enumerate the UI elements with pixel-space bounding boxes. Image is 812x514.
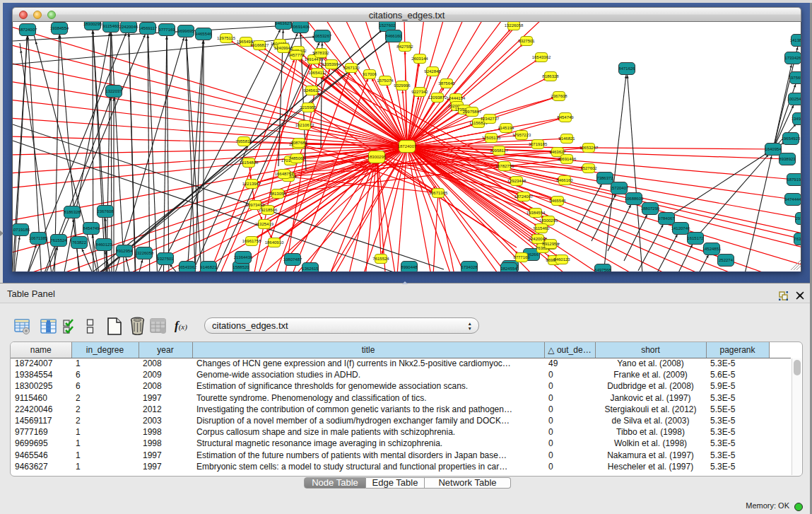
svg-text:18640910: 18640910 — [265, 240, 284, 245]
svg-text:10653267: 10653267 — [579, 146, 599, 150]
svg-text:9777169: 9777169 — [513, 255, 530, 259]
svg-text:8466160: 8466160 — [385, 34, 402, 38]
svg-text:9115460: 9115460 — [534, 226, 551, 230]
svg-text:1640954: 1640954 — [765, 147, 782, 151]
svg-text:12975115: 12975115 — [217, 36, 236, 40]
svg-text:7615524: 7615524 — [50, 238, 67, 243]
svg-text:1527602: 1527602 — [580, 166, 597, 170]
svg-text:9227342: 9227342 — [411, 90, 428, 94]
svg-text:1145194: 1145194 — [498, 126, 515, 130]
svg-text:18724007: 18724007 — [398, 144, 417, 148]
svg-text:9329996: 9329996 — [394, 83, 411, 88]
svg-text:1575074: 1575074 — [377, 78, 394, 83]
svg-text:19166827: 19166827 — [250, 43, 269, 47]
svg-text:9242848: 9242848 — [424, 69, 441, 74]
svg-text:14569117: 14569117 — [139, 26, 158, 30]
svg-text:1322037: 1322037 — [105, 89, 122, 93]
svg-text:10719185: 10719185 — [13, 228, 30, 232]
svg-text:16648754: 16648754 — [275, 172, 294, 176]
svg-text:8454749: 8454749 — [83, 226, 100, 230]
svg-text:2367608: 2367608 — [551, 94, 567, 98]
svg-text:3215955: 3215955 — [300, 105, 317, 110]
svg-text:19218506: 19218506 — [259, 208, 278, 212]
svg-text:8186328: 8186328 — [64, 210, 81, 214]
svg-text:10653267: 10653267 — [313, 34, 332, 38]
svg-text:12923448: 12923448 — [507, 179, 526, 183]
svg-text:16543362: 16543362 — [178, 265, 197, 269]
svg-text:9474444: 9474444 — [784, 197, 801, 201]
svg-text:16961758: 16961758 — [242, 239, 261, 243]
svg-text:14138141: 14138141 — [790, 38, 801, 42]
svg-text:1527602: 1527602 — [379, 23, 396, 28]
svg-text:10025458: 10025458 — [787, 97, 801, 101]
svg-text:10671385: 10671385 — [429, 191, 448, 195]
svg-text:763822: 763822 — [72, 240, 87, 245]
svg-text:7485063: 7485063 — [288, 156, 305, 160]
svg-text:10654112: 10654112 — [308, 71, 327, 75]
svg-text:1733426: 1733426 — [784, 56, 801, 60]
svg-text:6879197: 6879197 — [787, 177, 801, 182]
svg-text:9146821: 9146821 — [558, 136, 575, 141]
svg-text:19756928: 19756928 — [789, 76, 801, 80]
svg-text:8938923: 8938923 — [779, 157, 796, 161]
svg-text:11325419: 11325419 — [255, 222, 274, 226]
svg-text:3875645: 3875645 — [438, 81, 455, 86]
svg-text:16210673: 16210673 — [295, 123, 314, 127]
svg-text:8454749: 8454749 — [557, 115, 574, 119]
svg-text:10973493: 10973493 — [246, 203, 265, 207]
svg-text:17957223: 17957223 — [512, 133, 531, 137]
svg-text:3824554: 3824554 — [500, 267, 517, 271]
svg-text:21364436: 21364436 — [234, 255, 253, 259]
svg-text:10807487: 10807487 — [283, 257, 302, 262]
svg-text:12342737: 12342737 — [481, 117, 500, 121]
svg-text:22420046: 22420046 — [119, 25, 139, 29]
svg-text:16543362: 16543362 — [532, 55, 551, 59]
svg-text:13495794: 13495794 — [792, 117, 801, 121]
svg-text:2603144: 2603144 — [411, 57, 428, 61]
svg-text:8186328: 8186328 — [542, 74, 559, 78]
svg-text:18724007: 18724007 — [514, 194, 534, 199]
svg-text:1362615: 1362615 — [302, 267, 319, 271]
svg-text:8813054: 8813054 — [269, 192, 286, 196]
svg-text:5878332: 5878332 — [312, 51, 329, 55]
svg-text:7386372: 7386372 — [596, 176, 613, 180]
svg-text:9327501: 9327501 — [157, 257, 174, 261]
svg-text:9784067: 9784067 — [658, 216, 675, 221]
svg-text:7632621: 7632621 — [794, 237, 801, 241]
svg-text:20691406: 20691406 — [291, 25, 310, 29]
svg-text:18300295: 18300295 — [539, 218, 558, 223]
svg-text:9777169: 9777169 — [158, 28, 175, 32]
svg-text:8460123: 8460123 — [553, 257, 570, 262]
svg-text:8471626: 8471626 — [618, 66, 635, 71]
svg-text:13353994: 13353994 — [322, 62, 341, 66]
svg-text:19384554: 19384554 — [526, 211, 546, 215]
svg-text:8912954: 8912954 — [116, 249, 133, 253]
svg-text:9245612: 9245612 — [303, 88, 320, 93]
svg-text:10671385: 10671385 — [29, 236, 48, 240]
svg-text:1588520: 1588520 — [233, 265, 249, 269]
svg-text:9327501: 9327501 — [518, 39, 535, 43]
svg-text:9457771: 9457771 — [288, 53, 305, 57]
svg-text:9146821: 9146821 — [200, 265, 217, 269]
svg-text:14120746: 14120746 — [671, 226, 690, 230]
svg-text:9115460: 9115460 — [103, 24, 120, 28]
svg-text:8427552: 8427552 — [396, 45, 413, 49]
svg-text:2935114: 2935114 — [796, 216, 801, 221]
svg-text:6497568: 6497568 — [594, 268, 611, 271]
svg-text:10958117: 10958117 — [490, 148, 509, 153]
svg-text:8466160: 8466160 — [556, 178, 573, 182]
svg-text:18300295: 18300295 — [83, 22, 102, 26]
svg-text:16154808: 16154808 — [240, 160, 259, 165]
svg-text:9463627: 9463627 — [275, 22, 292, 25]
svg-text:7955812: 7955812 — [235, 139, 252, 144]
svg-text:2087682: 2087682 — [290, 141, 307, 145]
svg-text:20691406: 20691406 — [558, 157, 577, 161]
svg-text:8460123: 8460123 — [95, 243, 112, 247]
svg-text:16782759: 16782759 — [495, 164, 514, 168]
svg-text:252274: 252274 — [719, 258, 734, 262]
svg-text:917006: 917006 — [363, 72, 377, 76]
svg-text:19654923: 19654923 — [782, 136, 801, 141]
svg-text:19384554: 19384554 — [50, 26, 69, 30]
svg-text:10719185: 10719185 — [529, 142, 548, 146]
svg-text:13226058: 13226058 — [505, 23, 524, 28]
